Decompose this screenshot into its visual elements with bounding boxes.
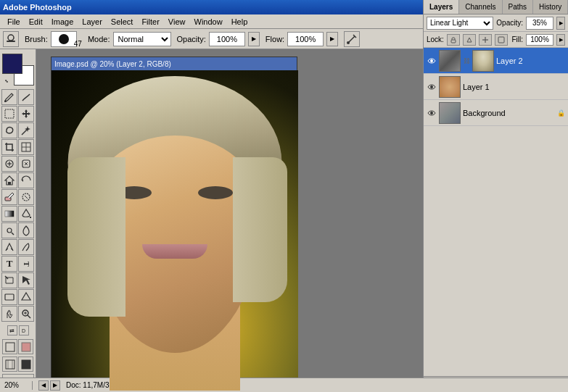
main-area: T T	[0, 49, 568, 392]
magic-wand-btn[interactable]	[18, 122, 34, 138]
gradient-btn[interactable]	[1, 206, 17, 222]
quickmask-mode-btn[interactable]	[18, 339, 33, 354]
tool-row-8	[1, 206, 34, 222]
zoom-btn[interactable]	[18, 306, 34, 322]
lock-position-btn[interactable]	[479, 34, 492, 46]
text-btn[interactable]: T	[1, 256, 17, 272]
layer-item-bg[interactable]: Background 🔒	[424, 100, 568, 126]
eraser-btn[interactable]	[1, 189, 17, 205]
svg-line-6	[22, 129, 28, 135]
menu-help[interactable]: Help	[227, 14, 252, 28]
status-prev-btn[interactable]: ◀	[38, 380, 49, 391]
path-sel-btn[interactable]	[1, 272, 17, 288]
tool-row-4	[1, 139, 34, 155]
flow-value: 100%	[287, 32, 324, 46]
crop-tool-btn[interactable]	[1, 139, 17, 155]
clone-stamp-btn[interactable]	[1, 172, 17, 188]
status-nav: ◀ ▶	[38, 380, 60, 391]
shape-btn[interactable]	[1, 289, 17, 305]
svg-rect-14	[8, 182, 11, 185]
tool-row-11: T T	[1, 256, 34, 272]
menu-filter[interactable]: Filter	[137, 14, 163, 28]
app-title: Adobe Photoshop	[3, 3, 72, 12]
switch-colors-btn[interactable]: ⇄	[7, 325, 17, 335]
layer2-visibility[interactable]	[427, 56, 437, 66]
dodge-btn[interactable]	[1, 222, 17, 238]
blend-mode-select[interactable]: Linear Light Normal Multiply Screen Over…	[427, 17, 493, 30]
lock-pixels-btn[interactable]	[463, 34, 476, 46]
photo-simulation	[52, 70, 298, 391]
menu-layer[interactable]: Layer	[78, 14, 107, 28]
brush-tool-btn[interactable]	[1, 89, 17, 105]
fg-bg-colors[interactable]	[2, 54, 34, 86]
custom-shape-btn[interactable]	[18, 289, 34, 305]
mode-label: Mode:	[88, 35, 110, 43]
canvas-image[interactable]	[52, 70, 298, 391]
fill-value[interactable]: 100%	[526, 34, 553, 46]
lock-all-btn[interactable]	[495, 34, 508, 46]
paint-bucket-btn[interactable]	[18, 206, 34, 222]
direct-sel-btn[interactable]	[18, 272, 34, 288]
opacity-label-layers: Opacity:	[496, 19, 523, 27]
layer1-visibility[interactable]	[427, 82, 437, 92]
burn-btn[interactable]	[18, 222, 34, 238]
swap-colors-icon[interactable]	[2, 77, 11, 86]
hair-left	[67, 157, 125, 317]
slice-tool-btn[interactable]	[18, 139, 34, 155]
move-tool-btn[interactable]	[18, 106, 34, 122]
menu-image[interactable]: Image	[47, 14, 78, 28]
svg-marker-23	[22, 293, 30, 300]
mode-dropdown[interactable]: Normal Dissolve Multiply Screen Overlay	[113, 32, 171, 46]
background-eraser-btn[interactable]	[18, 189, 34, 205]
menu-view[interactable]: View	[164, 14, 190, 28]
marquee-rect-btn[interactable]	[1, 106, 17, 122]
menu-edit[interactable]: Edit	[25, 14, 47, 28]
standard-mode-btn[interactable]	[2, 339, 17, 354]
text-tool-icon: T	[7, 258, 13, 270]
airbrush-button[interactable]	[344, 31, 360, 47]
foreground-color-swatch[interactable]	[2, 54, 22, 74]
lasso-tool-btn[interactable]	[1, 122, 17, 138]
menu-select[interactable]: Select	[107, 14, 138, 28]
tab-paths[interactable]: Paths	[503, 0, 534, 14]
svg-line-17	[25, 196, 28, 199]
hand-btn[interactable]	[1, 306, 17, 322]
opacity-arrow-btn[interactable]: ▶	[556, 17, 565, 30]
layers-blend-opacity: Linear Light Normal Multiply Screen Over…	[424, 14, 568, 32]
healing-brush-btn[interactable]	[1, 156, 17, 172]
change-screen-btn[interactable]	[18, 356, 33, 372]
current-tool-icon[interactable]	[3, 31, 19, 47]
menu-window[interactable]: Window	[190, 14, 227, 28]
brush-preview[interactable]	[51, 31, 77, 47]
layer-item-1[interactable]: Layer 1	[424, 74, 568, 100]
tool-row-10	[1, 239, 34, 255]
bg-visibility[interactable]	[427, 108, 437, 118]
tab-channels[interactable]: Channels	[459, 0, 502, 14]
right-eye	[198, 186, 233, 199]
screen-mode-btn[interactable]	[2, 356, 17, 372]
history-brush-btn[interactable]	[18, 172, 34, 188]
lock-transparency-btn[interactable]	[447, 34, 460, 46]
pen-btn[interactable]	[1, 239, 17, 255]
patch-tool-btn[interactable]	[18, 156, 34, 172]
tab-history[interactable]: History	[533, 0, 568, 14]
vertical-text-btn[interactable]: T	[18, 256, 34, 272]
freeform-pen-btn[interactable]	[18, 239, 34, 255]
default-colors-btn[interactable]: D	[19, 325, 29, 335]
menu-file[interactable]: File	[3, 14, 25, 28]
tool-row-3	[1, 122, 34, 138]
tool-row-7	[1, 189, 34, 205]
opacity-value-layers[interactable]: 35%	[526, 17, 553, 30]
layer-item-2[interactable]: ⛓ Layer 2	[424, 48, 568, 74]
status-next-btn[interactable]: ▶	[50, 380, 60, 391]
bg-lock-icon: 🔒	[557, 109, 565, 117]
opacity-label: Opacity:	[177, 35, 206, 43]
status-bar: 20% ◀ ▶ Doc: 11,7M/38,1M	[0, 378, 568, 392]
toolbox: T T	[0, 49, 36, 392]
tab-layers[interactable]: Layers	[424, 0, 459, 14]
smudge-tool-btn[interactable]	[18, 89, 34, 105]
opacity-arrow[interactable]: ▶	[248, 32, 260, 46]
opacity-value: 100%	[209, 32, 245, 46]
fill-arrow-btn[interactable]: ▶	[556, 34, 565, 46]
flow-arrow[interactable]: ▶	[326, 32, 338, 46]
